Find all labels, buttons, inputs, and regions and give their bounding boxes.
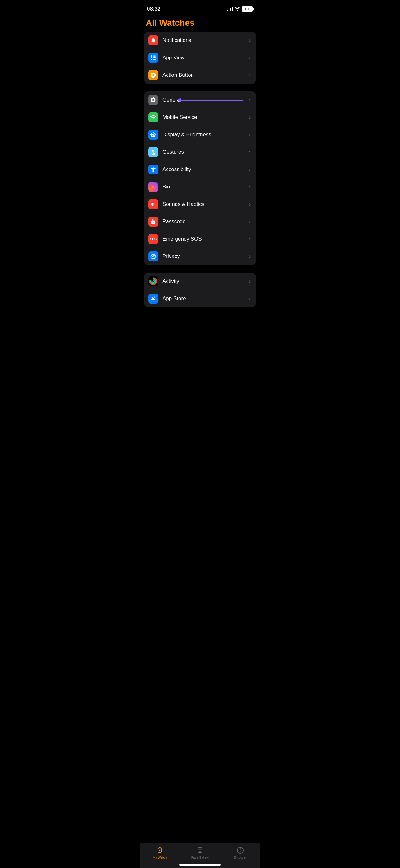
app-view-label: App View	[163, 55, 249, 61]
status-bar: 08:32 100	[139, 0, 261, 16]
app-view-icon	[148, 53, 158, 63]
section-1: Notifications › App View ›	[144, 32, 256, 84]
svg-point-3	[151, 57, 152, 58]
main-content: Notifications › App View ›	[139, 32, 261, 346]
accessibility-item[interactable]: Accessibility ›	[144, 161, 256, 178]
siri-label: Siri	[163, 184, 249, 190]
sounds-haptics-label: Sounds & Haptics	[163, 201, 249, 207]
general-label: General	[163, 97, 249, 103]
svg-point-8	[155, 59, 156, 60]
battery-icon: 100	[242, 6, 253, 12]
accessibility-icon	[148, 164, 158, 175]
general-chevron: ›	[249, 97, 251, 103]
header: All Watches	[139, 16, 261, 32]
siri-item[interactable]: Siri ›	[144, 178, 256, 195]
notifications-label: Notifications	[163, 37, 249, 43]
action-button-chevron: ›	[249, 72, 251, 78]
accessibility-label: Accessibility	[163, 166, 249, 173]
emergency-sos-item[interactable]: SOS Emergency SOS ›	[144, 230, 256, 248]
notifications-icon	[148, 35, 158, 45]
passcode-icon	[148, 217, 158, 227]
gestures-label: Gestures	[163, 149, 249, 155]
mobile-service-chevron: ›	[249, 115, 251, 120]
svg-point-4	[153, 57, 154, 58]
siri-chevron: ›	[249, 184, 251, 190]
display-brightness-item[interactable]: Display & Brightness ›	[144, 126, 256, 144]
svg-point-7	[153, 59, 154, 60]
notifications-chevron: ›	[249, 37, 251, 43]
accessibility-chevron: ›	[249, 167, 251, 172]
battery-level: 100	[245, 7, 250, 11]
mobile-service-item[interactable]: Mobile Service ›	[144, 108, 256, 126]
svg-point-9	[152, 186, 155, 188]
emergency-sos-label: Emergency SOS	[163, 236, 249, 242]
page-title: All Watches	[146, 18, 195, 28]
action-button-item[interactable]: Action Button ›	[144, 66, 256, 84]
action-button-icon	[148, 70, 158, 80]
activity-chevron: ›	[249, 278, 251, 284]
status-icons: 100	[227, 6, 253, 12]
general-item[interactable]: General ›	[144, 91, 256, 108]
display-brightness-chevron: ›	[249, 132, 251, 137]
siri-icon	[148, 182, 158, 192]
sounds-haptics-chevron: ›	[249, 202, 251, 207]
app-store-icon	[148, 294, 158, 304]
privacy-icon	[148, 251, 158, 261]
passcode-item[interactable]: Passcode ›	[144, 213, 256, 230]
sounds-haptics-icon	[148, 199, 158, 209]
passcode-chevron: ›	[249, 219, 251, 224]
display-brightness-label: Display & Brightness	[163, 132, 249, 138]
privacy-item[interactable]: Privacy ›	[144, 248, 256, 265]
passcode-label: Passcode	[163, 219, 249, 225]
svg-point-6	[151, 59, 152, 60]
section-2: General › Mobile Service › Di	[144, 91, 256, 265]
svg-point-5	[155, 57, 156, 58]
svg-point-0	[151, 55, 152, 57]
gestures-icon	[148, 147, 158, 157]
activity-item[interactable]: Activity ›	[144, 273, 256, 290]
svg-point-2	[155, 55, 156, 57]
signal-icon	[227, 7, 233, 11]
wifi-icon	[234, 7, 240, 11]
app-view-item[interactable]: App View ›	[144, 49, 256, 66]
activity-rings-svg	[148, 276, 158, 286]
activity-label: Activity	[163, 278, 249, 284]
app-store-item[interactable]: App Store ›	[144, 290, 256, 307]
mobile-service-label: Mobile Service	[163, 114, 249, 120]
svg-point-1	[153, 55, 154, 57]
mobile-service-icon	[148, 113, 158, 122]
app-store-label: App Store	[163, 296, 249, 302]
privacy-label: Privacy	[163, 253, 249, 259]
status-time: 08:32	[147, 6, 160, 12]
gestures-item[interactable]: Gestures ›	[144, 144, 256, 161]
general-icon	[148, 95, 158, 105]
action-button-label: Action Button	[163, 72, 249, 78]
emergency-sos-icon: SOS	[148, 234, 158, 244]
privacy-chevron: ›	[249, 254, 251, 259]
app-view-chevron: ›	[249, 55, 251, 61]
activity-icon	[148, 276, 158, 286]
section-3: Activity › App Store ›	[144, 273, 256, 307]
display-brightness-icon	[148, 130, 158, 140]
sounds-haptics-item[interactable]: Sounds & Haptics ›	[144, 195, 256, 213]
gestures-chevron: ›	[249, 149, 251, 155]
emergency-sos-chevron: ›	[249, 236, 251, 242]
notifications-item[interactable]: Notifications ›	[144, 32, 256, 49]
app-store-chevron: ›	[249, 296, 251, 302]
